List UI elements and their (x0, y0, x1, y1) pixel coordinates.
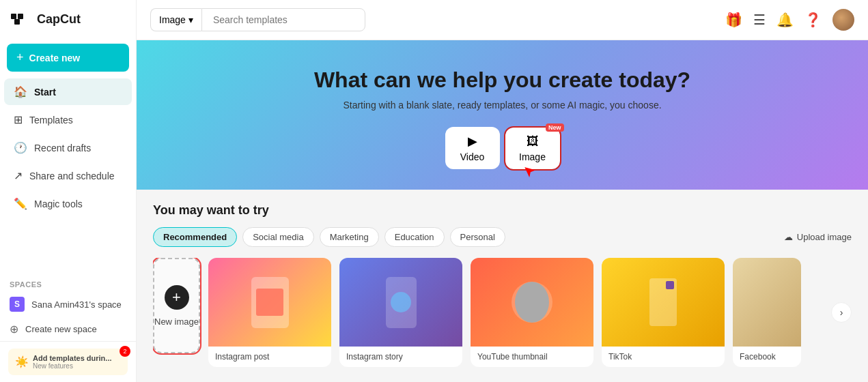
spaces-label: Spaces (0, 274, 136, 291)
templates-icon: ⊞ (14, 113, 23, 126)
create-new-space[interactable]: ⊕ Create new space (0, 317, 136, 341)
logo-text: CapCut (37, 12, 81, 27)
upload-icon: ☁ (784, 232, 793, 242)
nav-label-magic-tools: Magic tools (34, 199, 83, 209)
nav-label-recent-drafts: Recent drafts (34, 143, 91, 153)
notification-bar[interactable]: ☀️ Add templates durin... New features 2 (8, 349, 128, 375)
user-avatar[interactable] (832, 9, 854, 31)
thumb-instagram-story (339, 258, 462, 347)
upload-image-button[interactable]: ☁ Upload image (784, 232, 852, 242)
template-youtube-thumbnail[interactable]: YouTube thumbnail (471, 258, 593, 367)
thumb-instagram-post (208, 258, 331, 347)
sidebar-item-share-schedule[interactable]: ↗ Share and schedule (4, 162, 132, 189)
notification-label: Add templates durin... (33, 354, 112, 362)
upload-label: Upload image (797, 232, 852, 242)
topbar: Image ▾ 🎁 ☰ 🔔 ❓ (137, 0, 868, 40)
filter-personal[interactable]: Personal (450, 227, 505, 247)
space-sana[interactable]: S Sana Amin431's space (0, 291, 136, 317)
new-badge: New (546, 123, 564, 132)
sun-icon: ☀️ (15, 355, 29, 368)
video-tab-label: Video (460, 151, 485, 162)
sidebar-item-magic-tools[interactable]: ✏️ Magic tools (4, 190, 132, 217)
search-input[interactable] (201, 8, 365, 31)
gift-icon[interactable]: 🎁 (725, 12, 742, 28)
filter-tabs: Recommended Social media Marketing Educa… (153, 227, 505, 247)
bell-icon[interactable]: 🔔 (776, 12, 794, 28)
template-grid: + New image ➤ Instagram post (153, 258, 852, 367)
notification-badge: 2 (120, 346, 130, 357)
instagram-post-label: Instagram post (208, 347, 331, 367)
thumb-facebook (733, 258, 801, 347)
filter-education[interactable]: Education (384, 227, 445, 247)
hero-tabs: ▶ Video 🖼 Image New (150, 127, 854, 169)
image-tab-label: Image (519, 151, 546, 162)
create-new-button[interactable]: + Create new (7, 44, 129, 72)
thumb-tiktok (602, 258, 725, 347)
hero-banner: What can we help you create today? Start… (137, 40, 868, 190)
template-new-image[interactable]: + New image (153, 258, 200, 353)
template-instagram-post[interactable]: Instagram post (208, 258, 331, 367)
hero-subtitle: Starting with a blank slate, ready templ… (150, 100, 854, 111)
sidebar-item-start[interactable]: 🏠 Start (4, 78, 132, 105)
filter-row: Recommended Social media Marketing Educa… (153, 227, 852, 247)
magic-icon: ✏️ (14, 197, 27, 210)
filter-marketing[interactable]: Marketing (320, 227, 379, 247)
help-icon[interactable]: ❓ (804, 12, 822, 28)
type-label: Image (159, 14, 186, 25)
sidebar-item-recent-drafts[interactable]: 🕐 Recent drafts (4, 134, 132, 161)
logo: CapCut (0, 0, 136, 38)
content-area: What can we help you create today? Start… (137, 40, 868, 382)
notification-sublabel: New features (33, 362, 112, 370)
facebook-label: Facebook (733, 347, 801, 367)
nav-label-templates: Templates (29, 115, 73, 126)
plus-icon: + (16, 50, 24, 65)
home-icon: 🏠 (14, 85, 27, 98)
tiktok-label: TikTok (602, 347, 725, 367)
sidebar: CapCut + Create new 🏠 Start ⊞ Templates … (0, 0, 137, 382)
template-facebook[interactable]: Facebook (733, 258, 801, 367)
svg-rect-1 (18, 14, 23, 19)
try-section: You may want to try Recommended Social m… (137, 190, 868, 381)
tab-video[interactable]: ▶ Video (445, 127, 500, 169)
create-space-label: Create new space (25, 324, 97, 334)
capcut-logo-icon (10, 11, 31, 27)
filter-recommended[interactable]: Recommended (153, 227, 237, 247)
sidebar-nav: 🏠 Start ⊞ Templates 🕐 Recent drafts ↗ Sh… (0, 77, 136, 274)
youtube-thumbnail-label: YouTube thumbnail (471, 347, 593, 367)
image-tab-icon: 🖼 (527, 134, 539, 149)
template-instagram-story[interactable]: Instagram story (339, 258, 462, 367)
instagram-story-label: Instagram story (339, 347, 462, 367)
type-dropdown[interactable]: Image ▾ (150, 8, 201, 31)
chevron-down-icon: ▾ (188, 14, 193, 25)
space-avatar: S (10, 297, 25, 312)
arrow-annotation-new-image: ➤ (174, 364, 191, 367)
menu-icon[interactable]: ☰ (753, 12, 766, 28)
hero-title: What can we help you create today? (150, 68, 854, 93)
thumb-youtube (471, 258, 593, 347)
next-arrow[interactable]: › (831, 302, 852, 323)
template-tiktok[interactable]: TikTok (602, 258, 725, 367)
sidebar-item-templates[interactable]: ⊞ Templates (4, 106, 132, 133)
main-content: Image ▾ 🎁 ☰ 🔔 ❓ What can we help you cre… (137, 0, 868, 382)
new-image-label: New image (154, 317, 199, 327)
plus-circle-icon: ⊕ (10, 323, 18, 336)
search-area: Image ▾ (150, 8, 365, 31)
filter-social-media[interactable]: Social media (242, 227, 313, 247)
sidebar-bottom: ☀️ Add templates durin... New features 2 (0, 341, 136, 382)
space-label: Sana Amin431's space (31, 299, 122, 310)
nav-label-start: Start (34, 87, 56, 98)
create-new-label: Create new (29, 53, 81, 63)
add-icon: + (165, 285, 189, 310)
try-section-title: You may want to try (153, 203, 852, 218)
svg-rect-0 (11, 14, 16, 19)
notification-content: Add templates durin... New features (33, 354, 112, 370)
nav-label-share-schedule: Share and schedule (29, 171, 115, 181)
svg-rect-2 (14, 19, 20, 25)
share-icon: ↗ (14, 169, 23, 182)
topbar-icons: 🎁 ☰ 🔔 ❓ (725, 9, 854, 31)
video-tab-icon: ▶ (468, 134, 477, 149)
clock-icon: 🕐 (14, 141, 27, 154)
